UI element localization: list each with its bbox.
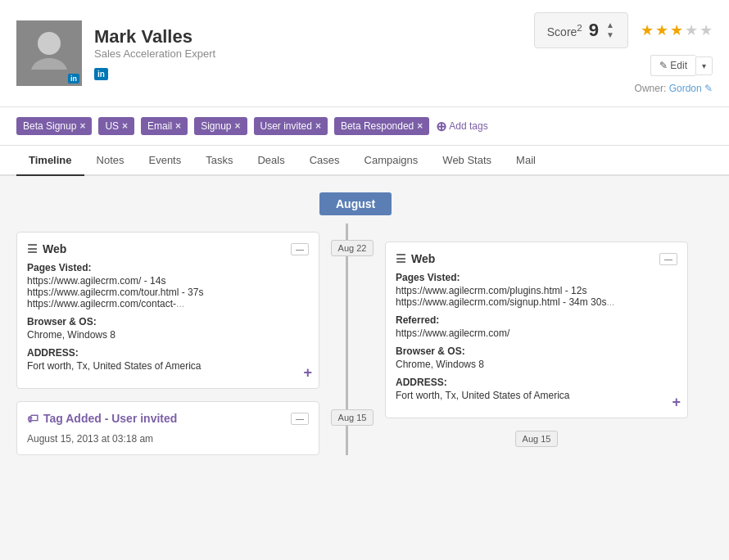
date-aug15-left: Aug 15 xyxy=(331,409,374,426)
address-label-1: ADDRESS: xyxy=(27,347,309,359)
tab-timeline[interactable]: Timeline xyxy=(16,146,84,176)
date-aug22: Aug 22 xyxy=(331,240,374,256)
score-up-button[interactable]: ▲ xyxy=(605,20,615,30)
star-rating: ★ ★ ★ ★ ★ xyxy=(641,21,713,39)
browser-value-1: Chrome, Windows 8 xyxy=(27,329,309,341)
tag-label: Beta Signup xyxy=(23,120,76,132)
timeline-center-2: Aug 15 xyxy=(332,401,373,426)
web-card-1: ☰ Web — Pages Visted: https://www.agilec… xyxy=(16,232,319,389)
tag-label: Email xyxy=(147,120,172,132)
add-tags-label: Add tags xyxy=(449,120,487,132)
browser-label-1: Browser & OS: xyxy=(27,316,309,327)
score-superscript: 2 xyxy=(577,22,582,33)
owner-link[interactable]: Gordon ✎ xyxy=(669,83,713,94)
tag-remove-email[interactable]: × xyxy=(175,120,181,132)
add-tags-button[interactable]: ⊕ Add tags xyxy=(436,119,487,134)
star-3[interactable]: ★ xyxy=(670,21,683,39)
tag-remove-beta-signup[interactable]: × xyxy=(79,120,85,132)
tag-card-left-col: 🏷 Tag Added - User invited — August 15, … xyxy=(16,401,332,455)
star-4[interactable]: ★ xyxy=(685,21,698,39)
tags-bar: Beta Signup × US × Email × Signup × User… xyxy=(0,107,729,146)
tab-notes[interactable]: Notes xyxy=(84,146,137,176)
score-label: Score2 xyxy=(547,22,582,38)
edit-dropdown-button[interactable]: ▾ xyxy=(695,56,713,75)
tag-label: Signup xyxy=(201,120,231,132)
timeline-center-1: Aug 22 xyxy=(332,232,373,256)
score-stepper: ▲ ▼ xyxy=(605,20,615,40)
pages-visted-value-1: https://www.agilecrm.com/ - 14s https://… xyxy=(27,275,309,309)
tag-remove-user-invited[interactable]: × xyxy=(315,120,321,132)
score-section: Score2 9 ▲ ▼ ★ ★ ★ ★ ★ ✎ Edit ▾ Owner xyxy=(534,12,713,94)
month-badge: August xyxy=(319,192,392,215)
referred-label: Referred: xyxy=(396,314,677,326)
tag-card-minimize[interactable]: — xyxy=(291,413,309,425)
tag-email: Email × xyxy=(141,117,188,135)
star-2[interactable]: ★ xyxy=(655,21,668,39)
ellipsis-1: ... xyxy=(176,298,184,309)
tag-card-1: 🏷 Tag Added - User invited — August 15, … xyxy=(16,401,319,455)
tag-label: User invited xyxy=(260,120,312,132)
tab-deals[interactable]: Deals xyxy=(245,146,297,176)
owner-label: Owner: xyxy=(635,83,667,94)
address-label-2: ADDRESS: xyxy=(396,377,677,388)
web-card-right-2-col: ☰ Web — Pages Visted: https://www.agilec… xyxy=(373,242,688,447)
web-card-2: ☰ Web — Pages Visted: https://www.agilec… xyxy=(385,242,688,418)
pages-visted-label-2: Pages Visted: xyxy=(396,272,677,283)
tag-card-1-title: 🏷 Tag Added - User invited xyxy=(27,412,177,425)
web-card-1-title: ☰ Web xyxy=(27,242,66,255)
browser-value-2: Chrome, Windows 8 xyxy=(396,359,677,370)
contact-details: Mark Valles Sales Acceleration Expert in xyxy=(94,26,215,80)
linkedin-badge: in xyxy=(68,74,79,84)
address-value-2: Fort worth, Tx, United States of America xyxy=(396,390,677,401)
nav-tabs: Timeline Notes Events Tasks Deals Cases … xyxy=(0,146,729,176)
contact-subtitle: Sales Acceleration Expert xyxy=(94,47,215,60)
tab-tasks[interactable]: Tasks xyxy=(193,146,245,176)
tag-remove-beta-responded[interactable]: × xyxy=(417,120,423,132)
tag-label: US xyxy=(105,120,119,132)
svg-point-1 xyxy=(38,32,61,55)
tag-us: US × xyxy=(98,117,134,135)
web-card-1-minimize[interactable]: — xyxy=(291,243,309,255)
web-card-left-col: ☰ Web — Pages Visted: https://www.agilec… xyxy=(16,232,332,389)
web-card-1-header: ☰ Web — xyxy=(27,242,309,255)
pages-visted-value-2: https://www.agilecrm.com/plugins.html - … xyxy=(396,285,677,308)
timeline-section: August ☰ Web — Pages Visted: htt xyxy=(0,176,729,484)
tag-icon: 🏷 xyxy=(27,412,38,425)
tag-beta-responded: Beta Responded × xyxy=(334,117,429,135)
edit-button[interactable]: ✎ Edit xyxy=(650,55,695,76)
tag-beta-signup: Beta Signup × xyxy=(16,117,92,135)
pages-visted-label-1: Pages Visted: xyxy=(27,262,309,273)
star-5[interactable]: ★ xyxy=(700,21,713,39)
score-box: Score2 9 ▲ ▼ xyxy=(534,12,628,48)
web-card-2-title: ☰ Web xyxy=(396,252,435,265)
web-card-1-add[interactable]: + xyxy=(303,364,312,382)
web-icon-2: ☰ xyxy=(396,252,406,265)
ellipsis-2: ... xyxy=(606,296,614,308)
web-card-2-add[interactable]: + xyxy=(672,394,681,411)
tab-web-stats[interactable]: Web Stats xyxy=(430,146,504,176)
tab-events[interactable]: Events xyxy=(136,146,193,176)
contact-info-section: in Mark Valles Sales Acceleration Expert… xyxy=(16,20,215,86)
date-aug15-right: Aug 15 xyxy=(515,431,559,447)
tab-mail[interactable]: Mail xyxy=(504,146,548,176)
web-card-2-header: ☰ Web — xyxy=(396,252,677,265)
score-down-button[interactable]: ▼ xyxy=(605,30,615,40)
tag-card-1-header: 🏷 Tag Added - User invited — xyxy=(27,412,309,425)
tag-remove-signup[interactable]: × xyxy=(235,120,241,132)
tag-label: Beta Responded xyxy=(341,120,414,132)
score-value: 9 xyxy=(589,20,599,41)
add-tags-plus-icon: ⊕ xyxy=(436,119,446,134)
web-card-2-minimize[interactable]: — xyxy=(659,253,677,265)
tab-campaigns[interactable]: Campaigns xyxy=(352,146,431,176)
tag-signup: Signup × xyxy=(194,117,247,135)
star-1[interactable]: ★ xyxy=(641,21,654,39)
owner-line: Owner: Gordon ✎ xyxy=(635,83,713,94)
web-icon-1: ☰ xyxy=(27,242,38,255)
timeline-main: ☰ Web — Pages Visted: https://www.agilec… xyxy=(16,224,713,455)
tab-cases[interactable]: Cases xyxy=(297,146,352,176)
contact-header: in Mark Valles Sales Acceleration Expert… xyxy=(0,0,729,107)
linkedin-icon[interactable]: in xyxy=(94,68,108,80)
avatar: in xyxy=(16,20,82,86)
tag-remove-us[interactable]: × xyxy=(122,120,128,132)
tag-user-invited: User invited × xyxy=(254,117,328,135)
